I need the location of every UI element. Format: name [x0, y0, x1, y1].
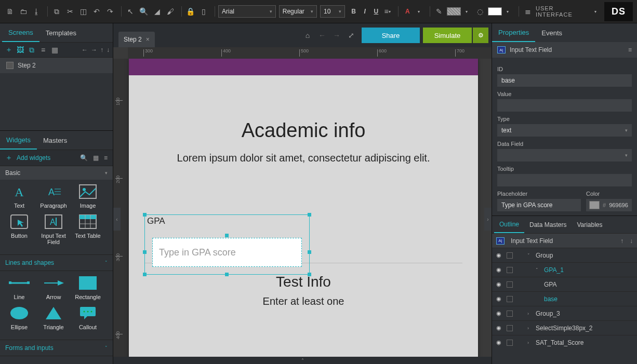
add-widgets-bar[interactable]: ＋ Add widgets 🔍 ▦ ≡ [0, 150, 113, 166]
outline-item[interactable]: ◉›Group_3 [492, 306, 637, 320]
resize-handle-se[interactable] [308, 273, 311, 276]
input-placeholder[interactable] [497, 199, 581, 211]
document-tab[interactable]: Step 2 × [118, 32, 155, 47]
nav-fwd-icon[interactable]: → [91, 46, 97, 53]
selected-element[interactable]: GPA Type in GPA score [144, 214, 310, 275]
outline-item[interactable]: ◉˅Group [492, 248, 637, 262]
add-screen-icon[interactable]: ＋ [3, 45, 15, 55]
share-button[interactable]: Share [362, 28, 420, 43]
copy-icon[interactable]: ⧉ [51, 6, 62, 17]
screen-item[interactable]: Step 2 [0, 58, 113, 73]
widget-text-table[interactable]: Text Table [71, 213, 105, 245]
stroke-swatch[interactable] [447, 7, 461, 16]
add-image-icon[interactable]: 🖼 [15, 46, 26, 54]
visibility-icon[interactable]: ◉ [496, 252, 503, 259]
paint-icon[interactable]: 🖌 [165, 6, 176, 17]
widget-text[interactable]: AText [2, 183, 36, 209]
resize-handle-s[interactable] [225, 273, 229, 276]
lock-checkbox[interactable] [507, 340, 513, 346]
tree-caret-icon[interactable]: › [527, 311, 533, 316]
design-page[interactable]: Academic info Lorem ipsum dolor sit amet… [129, 59, 478, 357]
input-id[interactable] [497, 74, 632, 87]
tree-caret-icon[interactable]: ˅ [536, 267, 541, 273]
widget-image[interactable]: Image [71, 183, 105, 209]
pointer-icon[interactable]: ↖ [125, 6, 136, 17]
outline-item[interactable]: ◉GPA [492, 277, 637, 291]
close-tab-icon[interactable]: × [146, 36, 150, 43]
lock-checkbox[interactable] [507, 281, 513, 288]
widget-button[interactable]: Button [2, 213, 36, 245]
tab-outline[interactable]: Outline [494, 216, 524, 233]
outline-item[interactable]: A|Input Text Field↑↓ [492, 233, 637, 248]
tab-properties[interactable]: Properties [492, 23, 535, 42]
lock-checkbox[interactable] [507, 267, 513, 273]
group-forms-header[interactable]: Forms and inputs ˅ [0, 340, 113, 356]
lock-checkbox[interactable] [507, 325, 513, 331]
italic-button[interactable]: I [359, 8, 370, 15]
grid-view-icon[interactable]: ▦ [49, 46, 60, 54]
search-icon[interactable]: 🔍 [80, 154, 88, 161]
gpa-input[interactable]: Type in GPA score [152, 238, 302, 267]
device-icon[interactable]: ▯ [198, 6, 209, 17]
group-lines-header[interactable]: Lines and shapes ˅ [0, 254, 113, 271]
grid-icon[interactable]: ▦ [93, 154, 99, 161]
outline-item[interactable]: ◉›SAT_Total_Score [492, 335, 637, 349]
redo-icon[interactable]: ↷ [104, 6, 116, 17]
nav-up-icon[interactable]: ↑ [100, 46, 103, 53]
bottom-expand-bar[interactable]: ˄ [113, 357, 492, 364]
widget-input-text[interactable]: AInput Text Field [36, 213, 71, 245]
tree-caret-icon[interactable]: › [527, 340, 533, 345]
list-icon[interactable]: ≡ [104, 154, 108, 161]
tab-events[interactable]: Events [535, 23, 568, 42]
resize-handle-nw[interactable] [143, 213, 147, 217]
nav-down-icon[interactable]: ↓ [107, 46, 110, 53]
bold-button[interactable]: B [348, 8, 360, 15]
text-color-button[interactable]: A [402, 8, 413, 15]
tree-caret-icon[interactable]: ˅ [527, 253, 533, 258]
nav-back-icon[interactable]: ← [82, 46, 88, 53]
move-up-icon[interactable]: ↑ [620, 237, 623, 245]
stroke-arrow[interactable]: ▾ [461, 6, 472, 17]
zoom-icon[interactable]: 🔍 [138, 6, 149, 17]
lock-icon[interactable]: 🔒 [185, 6, 196, 17]
simulate-button[interactable]: Simulate [423, 28, 472, 43]
visibility-icon[interactable]: ◉ [496, 295, 503, 302]
widget-line[interactable]: Line [2, 274, 36, 300]
text-color-arrow[interactable]: ▾ [413, 6, 424, 17]
widget-rectangle[interactable]: Rectangle [71, 274, 105, 300]
outline-item[interactable]: ◉˅GPA_1 [492, 262, 637, 277]
crop-icon[interactable]: ◫ [78, 6, 89, 17]
resize-handle-e[interactable] [308, 250, 311, 254]
widget-paragraph[interactable]: AParagraph [36, 183, 71, 209]
visibility-icon[interactable]: ◉ [496, 281, 503, 288]
color-picker[interactable]: #969696 [586, 199, 632, 211]
underline-button[interactable]: U [370, 8, 382, 15]
resize-handle-w[interactable] [143, 250, 147, 254]
new-file-icon[interactable]: 🗎 [4, 6, 16, 17]
widget-triangle[interactable]: Triangle [36, 304, 71, 330]
fill-drop-icon[interactable]: ◌ [474, 6, 486, 17]
canvas-viewport[interactable]: 100 200 300 400 ‹ › Academic info Lorem … [113, 59, 492, 357]
download-icon[interactable]: ⭳ [31, 6, 42, 17]
expand-icon[interactable]: ⤢ [344, 31, 359, 39]
select-type[interactable]: text▾ [497, 124, 632, 137]
tab-screens[interactable]: Screens [2, 23, 39, 42]
font-size-dropdown[interactable]: 10▾ [320, 5, 345, 18]
tab-masters[interactable]: Masters [37, 131, 73, 150]
lock-checkbox[interactable] [507, 252, 513, 259]
lock-checkbox[interactable] [507, 296, 513, 302]
open-folder-icon[interactable]: 🗀 [18, 6, 29, 17]
resize-handle-sw[interactable] [143, 273, 147, 276]
font-weight-dropdown[interactable]: Regular▾ [279, 5, 317, 18]
widget-ellipse[interactable]: Ellipse [2, 304, 36, 330]
lock-checkbox[interactable] [507, 311, 513, 317]
tab-templates[interactable]: Templates [39, 23, 83, 42]
simulate-settings-button[interactable]: ⚙ [473, 28, 488, 43]
widget-callout[interactable]: Callout [71, 304, 105, 330]
ui-menu-dropdown[interactable]: USER INTERFACE ▾ [536, 5, 597, 18]
outline-item[interactable]: ◉base [492, 291, 637, 306]
pen-icon[interactable]: ✎ [433, 6, 445, 17]
panel-menu-icon[interactable]: ≡ [628, 46, 632, 53]
visibility-icon[interactable]: ◉ [496, 266, 503, 273]
widget-arrow[interactable]: Arrow [36, 274, 71, 300]
